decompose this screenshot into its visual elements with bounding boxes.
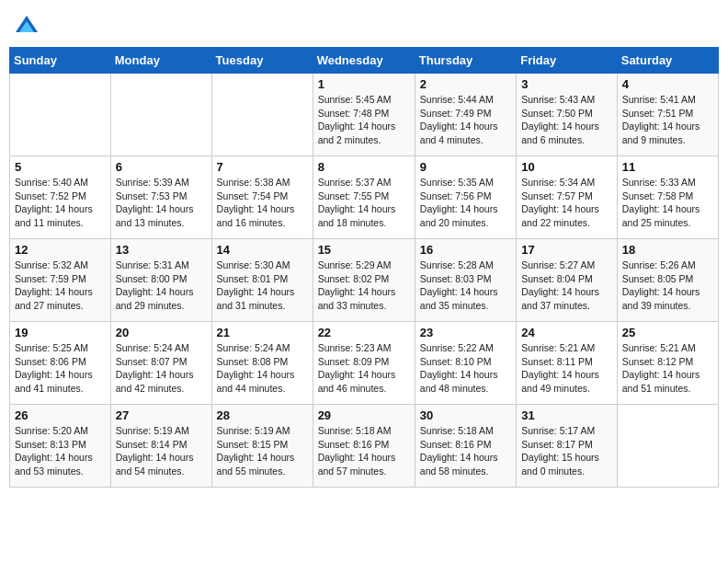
calendar-cell: 23Sunrise: 5:22 AM Sunset: 8:10 PM Dayli… (415, 322, 516, 405)
calendar-cell: 15Sunrise: 5:29 AM Sunset: 8:02 PM Dayli… (313, 239, 415, 322)
day-header-wednesday: Wednesday (313, 48, 415, 74)
calendar-cell: 27Sunrise: 5:19 AM Sunset: 8:14 PM Dayli… (110, 405, 211, 488)
day-header-friday: Friday (517, 48, 618, 74)
calendar-cell: 3Sunrise: 5:43 AM Sunset: 7:50 PM Daylig… (517, 74, 618, 156)
calendar-cell: 9Sunrise: 5:35 AM Sunset: 7:56 PM Daylig… (415, 156, 516, 239)
day-number: 9 (420, 160, 511, 174)
calendar-cell (10, 74, 111, 156)
day-info: Sunrise: 5:34 AM Sunset: 7:57 PM Dayligh… (521, 176, 612, 230)
day-number: 11 (622, 160, 713, 174)
day-info: Sunrise: 5:45 AM Sunset: 7:48 PM Dayligh… (318, 93, 410, 147)
calendar-cell: 21Sunrise: 5:24 AM Sunset: 8:08 PM Dayli… (211, 322, 313, 405)
calendar-cell: 11Sunrise: 5:33 AM Sunset: 7:58 PM Dayli… (617, 156, 718, 239)
calendar-cell: 14Sunrise: 5:30 AM Sunset: 8:01 PM Dayli… (211, 239, 313, 322)
week-row-2: 5Sunrise: 5:40 AM Sunset: 7:52 PM Daylig… (10, 156, 719, 239)
day-info: Sunrise: 5:24 AM Sunset: 8:07 PM Dayligh… (116, 341, 207, 396)
day-info: Sunrise: 5:20 AM Sunset: 8:13 PM Dayligh… (15, 424, 106, 478)
day-number: 10 (521, 160, 612, 174)
week-row-1: 1Sunrise: 5:45 AM Sunset: 7:48 PM Daylig… (10, 74, 719, 156)
day-number: 22 (318, 326, 410, 339)
calendar-cell: 29Sunrise: 5:18 AM Sunset: 8:16 PM Dayli… (313, 405, 415, 488)
day-number: 2 (420, 77, 511, 91)
calendar-cell: 10Sunrise: 5:34 AM Sunset: 7:57 PM Dayli… (517, 156, 618, 239)
logo-icon (14, 14, 40, 40)
calendar-cell: 1Sunrise: 5:45 AM Sunset: 7:48 PM Daylig… (313, 74, 415, 156)
day-info: Sunrise: 5:19 AM Sunset: 8:14 PM Dayligh… (116, 424, 207, 478)
calendar-cell: 13Sunrise: 5:31 AM Sunset: 8:00 PM Dayli… (110, 239, 211, 322)
calendar-cell: 12Sunrise: 5:32 AM Sunset: 7:59 PM Dayli… (10, 239, 111, 322)
day-info: Sunrise: 5:41 AM Sunset: 7:51 PM Dayligh… (622, 93, 713, 147)
page-header (9, 9, 719, 40)
day-number: 14 (217, 243, 308, 257)
day-number: 3 (521, 77, 612, 91)
day-info: Sunrise: 5:18 AM Sunset: 8:16 PM Dayligh… (420, 424, 511, 478)
day-number: 8 (318, 160, 410, 174)
calendar-cell: 19Sunrise: 5:25 AM Sunset: 8:06 PM Dayli… (10, 322, 111, 405)
day-info: Sunrise: 5:38 AM Sunset: 7:54 PM Dayligh… (217, 176, 308, 230)
day-number: 30 (420, 408, 511, 422)
day-number: 29 (318, 408, 410, 422)
day-header-tuesday: Tuesday (211, 48, 313, 74)
day-info: Sunrise: 5:24 AM Sunset: 8:08 PM Dayligh… (217, 341, 308, 396)
calendar-cell: 6Sunrise: 5:39 AM Sunset: 7:53 PM Daylig… (110, 156, 211, 239)
day-info: Sunrise: 5:21 AM Sunset: 8:12 PM Dayligh… (622, 341, 713, 396)
day-info: Sunrise: 5:23 AM Sunset: 8:09 PM Dayligh… (318, 341, 410, 396)
day-number: 7 (217, 160, 308, 174)
day-number: 25 (622, 326, 713, 339)
calendar-cell: 17Sunrise: 5:27 AM Sunset: 8:04 PM Dayli… (517, 239, 618, 322)
day-info: Sunrise: 5:30 AM Sunset: 8:01 PM Dayligh… (217, 259, 308, 313)
day-number: 19 (15, 326, 106, 339)
day-header-monday: Monday (110, 48, 211, 74)
calendar-cell: 20Sunrise: 5:24 AM Sunset: 8:07 PM Dayli… (110, 322, 211, 405)
day-info: Sunrise: 5:39 AM Sunset: 7:53 PM Dayligh… (116, 176, 207, 230)
day-number: 28 (217, 408, 308, 422)
day-info: Sunrise: 5:25 AM Sunset: 8:06 PM Dayligh… (15, 341, 106, 396)
week-row-4: 19Sunrise: 5:25 AM Sunset: 8:06 PM Dayli… (10, 322, 719, 405)
day-info: Sunrise: 5:27 AM Sunset: 8:04 PM Dayligh… (521, 259, 612, 313)
day-header-sunday: Sunday (10, 48, 111, 74)
day-info: Sunrise: 5:43 AM Sunset: 7:50 PM Dayligh… (521, 93, 612, 147)
day-number: 16 (420, 243, 511, 257)
day-info: Sunrise: 5:29 AM Sunset: 8:02 PM Dayligh… (318, 259, 410, 313)
day-number: 15 (318, 243, 410, 257)
calendar-cell: 8Sunrise: 5:37 AM Sunset: 7:55 PM Daylig… (313, 156, 415, 239)
day-number: 27 (116, 408, 207, 422)
day-info: Sunrise: 5:18 AM Sunset: 8:16 PM Dayligh… (318, 424, 410, 478)
day-header-saturday: Saturday (617, 48, 718, 74)
day-info: Sunrise: 5:19 AM Sunset: 8:15 PM Dayligh… (217, 424, 308, 478)
day-number: 6 (116, 160, 207, 174)
calendar-table: SundayMondayTuesdayWednesdayThursdayFrid… (9, 47, 719, 488)
day-number: 4 (622, 77, 713, 91)
calendar-cell: 4Sunrise: 5:41 AM Sunset: 7:51 PM Daylig… (617, 74, 718, 156)
day-info: Sunrise: 5:21 AM Sunset: 8:11 PM Dayligh… (521, 341, 612, 396)
calendar-cell (211, 74, 313, 156)
day-info: Sunrise: 5:17 AM Sunset: 8:17 PM Dayligh… (521, 424, 612, 478)
calendar-cell: 7Sunrise: 5:38 AM Sunset: 7:54 PM Daylig… (211, 156, 313, 239)
calendar-cell: 2Sunrise: 5:44 AM Sunset: 7:49 PM Daylig… (415, 74, 516, 156)
day-number: 12 (15, 243, 106, 257)
day-number: 24 (521, 326, 612, 339)
day-info: Sunrise: 5:37 AM Sunset: 7:55 PM Dayligh… (318, 176, 410, 230)
calendar-cell: 22Sunrise: 5:23 AM Sunset: 8:09 PM Dayli… (313, 322, 415, 405)
week-row-3: 12Sunrise: 5:32 AM Sunset: 7:59 PM Dayli… (10, 239, 719, 322)
day-info: Sunrise: 5:22 AM Sunset: 8:10 PM Dayligh… (420, 341, 511, 396)
calendar-cell: 26Sunrise: 5:20 AM Sunset: 8:13 PM Dayli… (10, 405, 111, 488)
calendar-cell: 31Sunrise: 5:17 AM Sunset: 8:17 PM Dayli… (517, 405, 618, 488)
week-row-5: 26Sunrise: 5:20 AM Sunset: 8:13 PM Dayli… (10, 405, 719, 488)
day-header-thursday: Thursday (415, 48, 516, 74)
day-number: 23 (420, 326, 511, 339)
calendar-cell: 25Sunrise: 5:21 AM Sunset: 8:12 PM Dayli… (617, 322, 718, 405)
day-number: 1 (318, 77, 410, 91)
day-info: Sunrise: 5:35 AM Sunset: 7:56 PM Dayligh… (420, 176, 511, 230)
day-info: Sunrise: 5:44 AM Sunset: 7:49 PM Dayligh… (420, 93, 511, 147)
days-header-row: SundayMondayTuesdayWednesdayThursdayFrid… (10, 48, 719, 74)
day-number: 13 (116, 243, 207, 257)
day-number: 17 (521, 243, 612, 257)
day-number: 31 (521, 408, 612, 422)
calendar-cell: 28Sunrise: 5:19 AM Sunset: 8:15 PM Dayli… (211, 405, 313, 488)
calendar-cell: 16Sunrise: 5:28 AM Sunset: 8:03 PM Dayli… (415, 239, 516, 322)
calendar-cell (110, 74, 211, 156)
day-info: Sunrise: 5:33 AM Sunset: 7:58 PM Dayligh… (622, 176, 713, 230)
day-info: Sunrise: 5:40 AM Sunset: 7:52 PM Dayligh… (15, 176, 106, 230)
day-info: Sunrise: 5:28 AM Sunset: 8:03 PM Dayligh… (420, 259, 511, 313)
